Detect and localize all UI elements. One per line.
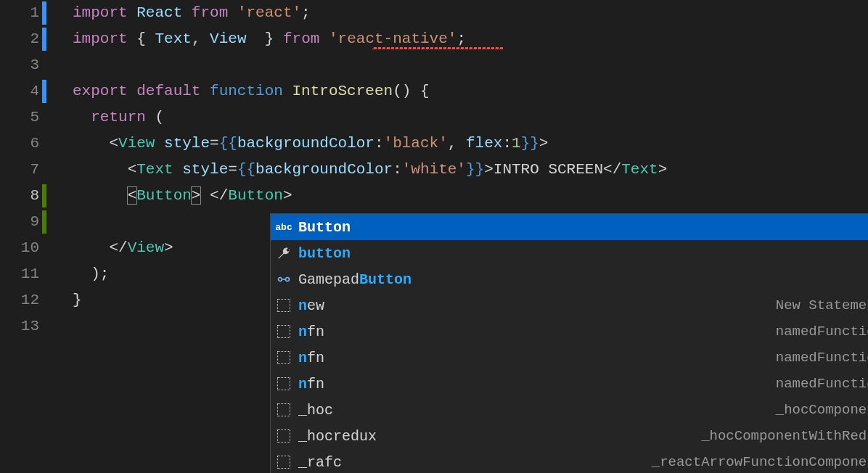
autocomplete-label: nfn	[298, 376, 776, 392]
code-line-5[interactable]: return (	[73, 104, 868, 131]
autocomplete-popup[interactable]: abcButtonbuttonGamepadButtonnewNew State…	[270, 213, 868, 473]
line-number: 11	[0, 261, 39, 287]
autocomplete-label: new	[298, 297, 776, 314]
line-number: 9	[0, 209, 39, 235]
line-number: 10	[0, 235, 39, 261]
wrench-icon	[275, 244, 292, 262]
autocomplete-detail: namedFunction	[776, 376, 868, 392]
line-number: 5	[0, 104, 39, 131]
autocomplete-detail: New Statement	[776, 297, 868, 313]
line-number: 7	[0, 157, 39, 183]
code-line-4[interactable]: export default function IntroScreen() {	[73, 78, 868, 104]
line-number: 12	[0, 287, 39, 313]
autocomplete-label: _hocredux	[298, 428, 701, 445]
code-line-7[interactable]: <Text style={{backgroundColor:'white'}}>…	[73, 157, 868, 183]
line-number-gutter: 1 2 3 4 5 6 7 8 9 10 11 12 13	[0, 0, 52, 473]
line-number: 1	[0, 0, 39, 26]
autocomplete-detail: _hocComponent	[776, 402, 868, 418]
svg-point-1	[286, 278, 290, 281]
autocomplete-label: nfn	[298, 350, 776, 366]
autocomplete-item[interactable]: GamepadButton	[271, 266, 868, 292]
line-number: 4	[0, 78, 39, 104]
line-number: 13	[0, 313, 39, 340]
interface-icon	[275, 271, 292, 288]
code-line-3[interactable]	[73, 52, 868, 78]
line-number: 2	[0, 26, 39, 52]
autocomplete-item[interactable]: newNew Statement	[271, 292, 868, 318]
snippet-icon	[277, 403, 290, 416]
autocomplete-label: button	[298, 245, 868, 262]
autocomplete-label: _hoc	[298, 402, 776, 419]
autocomplete-item[interactable]: nfnnamedFunction	[271, 345, 868, 371]
autocomplete-item[interactable]: button	[271, 240, 868, 266]
modified-indicator	[42, 28, 46, 51]
autocomplete-item[interactable]: abcButton	[271, 214, 868, 240]
autocomplete-detail: _hocComponentWithRedux	[701, 428, 868, 444]
line-number: 3	[0, 52, 39, 78]
error-squiggle	[372, 47, 503, 49]
autocomplete-detail: _reactArrowFunctionComponent	[652, 454, 868, 470]
modified-indicator	[42, 80, 46, 103]
code-line-6[interactable]: <View style={{backgroundColor:'black', f…	[73, 131, 868, 157]
snippet-icon	[277, 325, 290, 338]
added-indicator	[42, 184, 46, 207]
autocomplete-item[interactable]: _hoc_hocComponent	[271, 397, 868, 423]
svg-point-0	[279, 278, 282, 281]
snippet-icon	[277, 351, 290, 364]
snippet-icon	[277, 429, 290, 443]
code-line-8[interactable]: <Button> </Button>	[73, 183, 868, 209]
autocomplete-label: nfn	[298, 324, 776, 340]
code-area[interactable]: import React from 'react'; import { Text…	[52, 0, 868, 473]
line-number: 6	[0, 131, 39, 157]
line-number-active: 8	[0, 183, 39, 209]
snippet-icon	[277, 377, 290, 390]
snippet-icon	[277, 456, 290, 469]
modified-indicator	[42, 1, 46, 25]
snippet-icon	[277, 299, 290, 312]
abc-icon: abc	[275, 218, 292, 236]
code-editor[interactable]: 1 2 3 4 5 6 7 8 9 10 11 12 13 import Rea…	[0, 0, 868, 473]
autocomplete-label: _rafc	[298, 454, 652, 471]
autocomplete-item[interactable]: nfnnamedFunction	[271, 318, 868, 345]
autocomplete-item[interactable]: _hocredux_hocComponentWithRedux	[271, 423, 868, 449]
autocomplete-item[interactable]: nfnnamedFunction	[271, 371, 868, 397]
autocomplete-label: GamepadButton	[298, 271, 868, 288]
autocomplete-item[interactable]: _rafc_reactArrowFunctionComponent	[271, 449, 868, 473]
code-line-1[interactable]: import React from 'react';	[73, 0, 868, 26]
autocomplete-detail: namedFunction	[776, 350, 868, 366]
added-indicator	[42, 210, 46, 234]
autocomplete-detail: namedFunction	[776, 324, 868, 340]
autocomplete-label: Button	[298, 219, 868, 236]
